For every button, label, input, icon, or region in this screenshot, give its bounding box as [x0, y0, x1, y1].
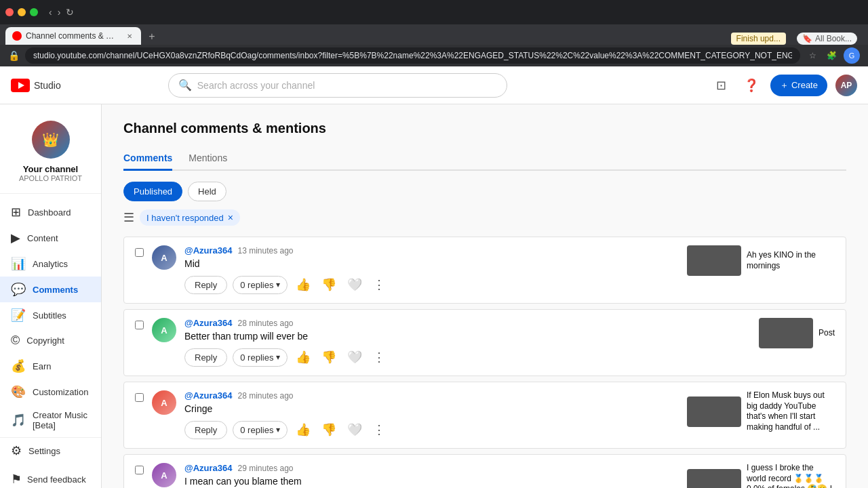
sidebar-label-dashboard: Dashboard: [28, 207, 71, 218]
heart-icon-3[interactable]: 🤍: [344, 420, 365, 440]
replies-dropdown-2[interactable]: 0 replies ▾: [233, 348, 288, 367]
help-btn[interactable]: ❓: [741, 75, 762, 96]
active-filter-chip[interactable]: I haven't responded ×: [140, 209, 240, 226]
search-icon: 🔍: [178, 79, 192, 92]
replies-dropdown-3[interactable]: 0 replies ▾: [233, 421, 288, 439]
sidebar-label-settings: Settings: [28, 446, 60, 456]
sidebar-item-subtitles[interactable]: 📝 Subtitles: [0, 302, 101, 328]
comment-video-1[interactable]: Ah yes KINO in the mornings: [687, 245, 835, 276]
sidebar-item-dashboard[interactable]: ⊞ Dashboard: [0, 199, 101, 225]
search-bar[interactable]: 🔍 Search across your channel: [168, 73, 507, 98]
comment-author-2[interactable]: @Azura364: [184, 318, 232, 328]
tab-bar: Channel comments & menti... ✕ + Finish u…: [0, 24, 868, 45]
dropdown-arrow-icon-1: ▾: [276, 280, 280, 289]
sidebar-label-analytics: Analytics: [33, 259, 68, 269]
dropdown-arrow-icon-2: ▾: [276, 352, 280, 362]
sidebar-item-settings[interactable]: ⚙ Settings: [0, 438, 101, 464]
more-options-icon-1[interactable]: ⋮: [370, 274, 388, 295]
url-input[interactable]: [25, 47, 800, 64]
browser-forward[interactable]: ›: [58, 7, 61, 18]
finish-update-bar[interactable]: Finish upd...: [731, 33, 786, 45]
comment-header-3: @Azura364 28 minutes ago: [184, 390, 679, 401]
video-title-2: Post: [818, 328, 835, 339]
sidebar-item-creator-music[interactable]: 🎵 Creator Music [Beta]: [0, 405, 101, 436]
all-bookmarks-btn[interactable]: 🔖 All Book...: [797, 33, 857, 45]
profile-icon[interactable]: G: [844, 47, 860, 64]
sidebar-label-earn: Earn: [33, 361, 51, 371]
sidebar-item-earn[interactable]: 💰 Earn: [0, 353, 101, 379]
dashboard-icon: ⊞: [11, 205, 21, 220]
tab-favicon: [12, 31, 22, 41]
tab-close-btn[interactable]: ✕: [125, 31, 134, 41]
comment-video-4[interactable]: I guess I broke the world record 🥇🥇🥇 0.0…: [687, 463, 835, 488]
sidebar-item-analytics[interactable]: 📊 Analytics: [0, 251, 101, 277]
active-tab[interactable]: Channel comments & menti... ✕: [5, 27, 141, 45]
comment-checkbox-4[interactable]: [135, 466, 144, 474]
replies-dropdown-1[interactable]: 0 replies ▾: [233, 276, 288, 294]
sidebar-label-copyright: Copyright: [26, 336, 64, 346]
youtube-icon: [11, 79, 30, 92]
comment-checkbox-1[interactable]: [135, 248, 144, 257]
create-button[interactable]: ＋ Create: [770, 75, 827, 96]
extensions-icon[interactable]: 🧩: [825, 49, 838, 62]
browser-back[interactable]: ‹: [49, 7, 52, 18]
comment-time-1: 13 minutes ago: [237, 246, 293, 256]
comment-avatar-4: A: [152, 463, 176, 487]
tab-comments[interactable]: Comments: [123, 147, 172, 171]
caption-btn[interactable]: ⊡: [711, 75, 732, 96]
comment-body-2: @Azura364 28 minutes ago Better than tru…: [184, 318, 751, 367]
comment-author-4[interactable]: @Azura364: [184, 463, 232, 473]
comment-checkbox-3[interactable]: [135, 393, 144, 402]
filter-icon[interactable]: ☰: [123, 210, 134, 225]
user-avatar[interactable]: AP: [835, 75, 857, 96]
browser-reload[interactable]: ↻: [66, 7, 74, 18]
comment-row: A @Azura364 28 minutes ago Better than t…: [123, 309, 846, 376]
feedback-icon: ⚑: [11, 472, 22, 487]
heart-icon-2[interactable]: 🤍: [344, 347, 365, 367]
comment-checkbox-2[interactable]: [135, 321, 144, 329]
sidebar-item-content[interactable]: ▶ Content: [0, 225, 101, 251]
yt-logo[interactable]: Studio: [11, 79, 61, 92]
comment-avatar-3: A: [152, 390, 176, 415]
yt-header: Studio 🔍 Search across your channel ⊡ ❓ …: [0, 66, 868, 104]
address-bar: 🔒 ☆ 🧩 G: [0, 45, 868, 66]
new-tab-btn[interactable]: +: [144, 28, 160, 45]
comment-video-2[interactable]: Post: [759, 318, 835, 348]
comment-author-3[interactable]: @Azura364: [184, 390, 232, 401]
thumbs-down-icon-1[interactable]: 👎: [319, 274, 339, 295]
thumbs-up-icon-2[interactable]: 👍: [293, 347, 313, 367]
sidebar-item-send-feedback[interactable]: ⚑ Send feedback: [0, 464, 101, 488]
tabs-bar: Comments Mentions: [123, 147, 846, 171]
thumbs-down-icon-2[interactable]: 👎: [319, 347, 339, 367]
comment-author-1[interactable]: @Azura364: [184, 245, 232, 256]
video-thumb-2: [759, 318, 813, 348]
heart-icon-1[interactable]: 🤍: [344, 274, 365, 295]
thumbs-up-icon-1[interactable]: 👍: [293, 274, 313, 295]
more-options-icon-3[interactable]: ⋮: [370, 420, 388, 440]
comment-text-3: Cringe: [184, 403, 679, 414]
comment-video-3[interactable]: If Elon Musk buys out big daddy YouTube …: [687, 390, 835, 432]
music-icon: 🎵: [11, 413, 26, 428]
thumbs-down-icon-3[interactable]: 👎: [319, 420, 339, 440]
channel-profile[interactable]: 👑 Your channel APOLLO PATRIOT: [0, 110, 101, 194]
sidebar-item-customization[interactable]: 🎨 Customization: [0, 379, 101, 405]
sidebar-item-comments[interactable]: 💬 Comments: [0, 277, 101, 302]
comment-actions-2: Reply 0 replies ▾ 👍 👎 🤍 ⋮: [184, 347, 751, 367]
filter-published-btn[interactable]: Published: [123, 182, 182, 201]
reply-btn-2[interactable]: Reply: [184, 348, 227, 367]
reply-btn-1[interactable]: Reply: [184, 276, 227, 294]
video-thumb-1: [687, 245, 741, 276]
comments-icon: 💬: [11, 282, 26, 297]
bookmark-icon[interactable]: ☆: [806, 49, 819, 62]
sidebar-item-copyright[interactable]: © Copyright: [0, 328, 101, 353]
subtitles-icon: 📝: [11, 308, 26, 323]
tab-mentions[interactable]: Mentions: [189, 147, 227, 171]
browser-chrome: ‹ › ↻: [0, 0, 868, 24]
sidebar-label-subtitles: Subtitles: [33, 310, 66, 321]
more-options-icon-2[interactable]: ⋮: [370, 347, 388, 367]
video-thumb-3: [687, 396, 741, 427]
chip-close-btn[interactable]: ×: [228, 212, 233, 223]
thumbs-up-icon-3[interactable]: 👍: [293, 420, 313, 440]
reply-btn-3[interactable]: Reply: [184, 421, 227, 439]
filter-held-btn[interactable]: Held: [188, 182, 226, 201]
